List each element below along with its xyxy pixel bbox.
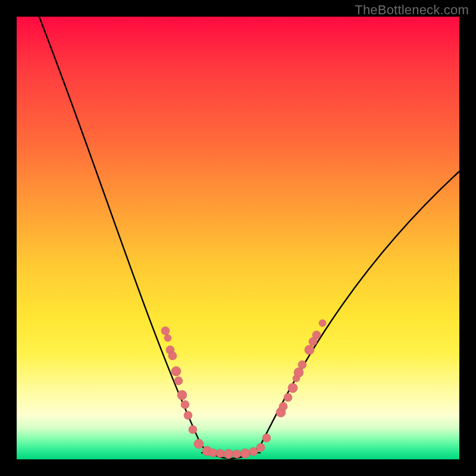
data-dot — [298, 361, 306, 369]
data-dot — [262, 434, 271, 442]
data-dot — [284, 393, 292, 402]
data-dot — [164, 334, 171, 342]
data-dot — [279, 402, 287, 411]
data-dot — [224, 449, 233, 459]
data-dot — [256, 443, 265, 452]
data-dot — [171, 367, 181, 376]
data-dot — [294, 368, 303, 377]
chart-overlay — [17, 17, 459, 459]
watermark-text: TheBottleneck.com — [355, 2, 469, 18]
data-dot — [233, 450, 241, 458]
data-dot — [216, 449, 224, 458]
data-dot — [288, 383, 298, 393]
data-dot — [194, 439, 203, 449]
outer-frame: TheBottleneck.com — [0, 0, 476, 476]
data-dot — [189, 425, 197, 434]
data-dot — [249, 447, 258, 456]
bottleneck-curve — [35, 5, 459, 459]
data-dot — [168, 352, 177, 360]
data-dots — [161, 320, 326, 459]
data-dot — [177, 390, 187, 400]
data-dot — [184, 411, 192, 419]
data-dot — [181, 400, 189, 409]
data-dot — [240, 449, 250, 458]
data-dot — [319, 320, 326, 327]
curve-group — [35, 5, 459, 459]
data-dot — [305, 345, 314, 355]
data-dot — [174, 377, 183, 385]
data-dot — [161, 327, 170, 335]
data-dot — [312, 331, 321, 339]
